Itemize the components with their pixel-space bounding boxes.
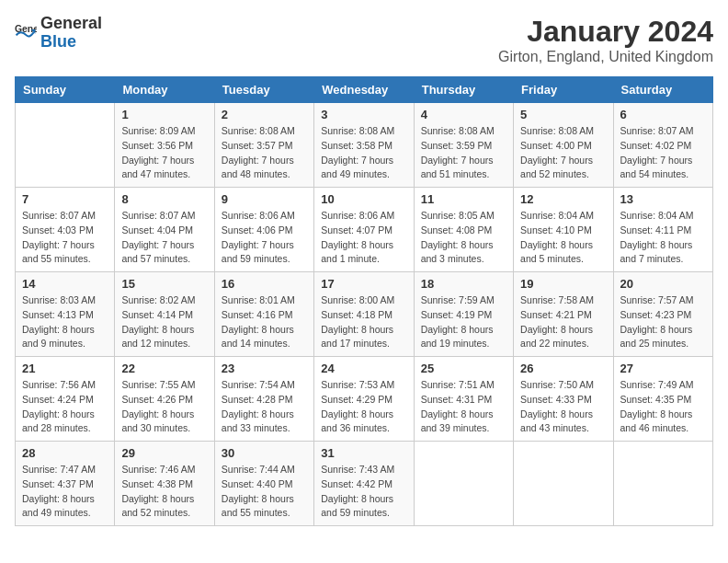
day-number: 2 [222,108,307,121]
day-info: Sunrise: 8:04 AM Sunset: 4:11 PM Dayligh… [620,209,706,267]
daylight-text: Daylight: 8 hours and 55 minutes. [222,492,307,522]
sunrise-text: Sunrise: 7:57 AM [620,293,706,308]
sunset-text: Sunset: 4:40 PM [222,477,307,492]
logo-icon: General [15,22,37,44]
sunrise-text: Sunrise: 7:58 AM [520,293,606,308]
header-monday: Monday [115,77,214,103]
day-number: 1 [121,108,207,121]
day-info: Sunrise: 7:58 AM Sunset: 4:21 PM Dayligh… [520,293,606,351]
daylight-text: Daylight: 7 hours and 47 minutes. [121,154,207,183]
sunset-text: Sunset: 4:35 PM [620,393,706,408]
day-info: Sunrise: 8:00 AM Sunset: 4:18 PM Dayligh… [321,293,406,351]
sunset-text: Sunset: 3:56 PM [121,139,207,154]
sunrise-text: Sunrise: 8:07 AM [22,209,108,224]
day-info: Sunrise: 7:59 AM Sunset: 4:19 PM Dayligh… [421,293,506,351]
day-number: 14 [22,277,108,291]
daylight-text: Daylight: 8 hours and 7 minutes. [620,238,706,268]
daylight-text: Daylight: 8 hours and 46 minutes. [620,408,706,437]
day-number: 28 [22,446,108,460]
daylight-text: Daylight: 8 hours and 30 minutes. [121,408,207,437]
sunset-text: Sunset: 4:13 PM [22,308,108,323]
table-row: 23 Sunrise: 7:54 AM Sunset: 4:28 PM Dayl… [214,357,313,442]
sunset-text: Sunset: 4:42 PM [321,477,406,492]
table-row: 26 Sunrise: 7:50 AM Sunset: 4:33 PM Dayl… [514,357,613,442]
day-info: Sunrise: 7:47 AM Sunset: 4:37 PM Dayligh… [22,463,108,521]
daylight-text: Daylight: 8 hours and 59 minutes. [321,492,406,522]
daylight-text: Daylight: 8 hours and 49 minutes. [22,492,108,522]
table-row: 25 Sunrise: 7:51 AM Sunset: 4:31 PM Dayl… [414,357,513,442]
sunset-text: Sunset: 4:37 PM [22,477,108,492]
sunrise-text: Sunrise: 8:08 AM [421,124,506,139]
day-number: 19 [520,277,606,291]
table-row: 6 Sunrise: 8:07 AM Sunset: 4:02 PM Dayli… [613,103,712,188]
sunset-text: Sunset: 4:07 PM [321,224,406,238]
day-number: 29 [121,446,207,460]
day-number: 9 [222,192,307,206]
sunset-text: Sunset: 4:19 PM [421,308,506,323]
sunset-text: Sunset: 4:08 PM [421,224,506,238]
header-friday: Friday [514,77,613,103]
table-row: 28 Sunrise: 7:47 AM Sunset: 4:37 PM Dayl… [16,442,115,526]
day-info: Sunrise: 8:07 AM Sunset: 4:02 PM Dayligh… [620,124,706,182]
sunrise-text: Sunrise: 7:50 AM [520,378,606,393]
table-row: 3 Sunrise: 8:08 AM Sunset: 3:58 PM Dayli… [314,103,414,188]
daylight-text: Daylight: 8 hours and 1 minute. [321,238,406,268]
sunrise-text: Sunrise: 8:08 AM [222,124,307,139]
sunset-text: Sunset: 4:28 PM [222,393,307,408]
day-number: 23 [222,362,307,375]
day-number: 11 [421,192,506,206]
day-info: Sunrise: 8:07 AM Sunset: 4:03 PM Dayligh… [22,209,108,267]
header-tuesday: Tuesday [214,77,313,103]
sunset-text: Sunset: 4:03 PM [22,224,108,238]
table-row: 17 Sunrise: 8:00 AM Sunset: 4:18 PM Dayl… [314,272,414,357]
table-row: 15 Sunrise: 8:02 AM Sunset: 4:14 PM Dayl… [115,272,214,357]
day-number: 7 [22,192,108,206]
day-info: Sunrise: 8:02 AM Sunset: 4:14 PM Dayligh… [121,293,207,351]
day-info: Sunrise: 7:57 AM Sunset: 4:23 PM Dayligh… [620,293,706,351]
day-info: Sunrise: 8:08 AM Sunset: 3:59 PM Dayligh… [421,124,506,182]
sunset-text: Sunset: 4:31 PM [421,393,506,408]
day-number: 25 [421,362,506,375]
table-row [613,442,712,526]
day-info: Sunrise: 8:04 AM Sunset: 4:10 PM Dayligh… [520,209,606,267]
sunrise-text: Sunrise: 8:03 AM [22,293,108,308]
daylight-text: Daylight: 8 hours and 17 minutes. [321,323,406,352]
day-info: Sunrise: 8:09 AM Sunset: 3:56 PM Dayligh… [121,124,207,182]
calendar-body: 1 Sunrise: 8:09 AM Sunset: 3:56 PM Dayli… [16,103,713,526]
table-row [514,442,613,526]
daylight-text: Daylight: 7 hours and 49 minutes. [321,154,406,183]
day-info: Sunrise: 8:08 AM Sunset: 4:00 PM Dayligh… [520,124,606,182]
logo-general-text: General [40,15,102,33]
sunrise-text: Sunrise: 8:01 AM [222,293,307,308]
sunset-text: Sunset: 4:10 PM [520,224,606,238]
sunrise-text: Sunrise: 7:53 AM [321,378,406,393]
header-saturday: Saturday [613,77,712,103]
sunset-text: Sunset: 4:16 PM [222,308,307,323]
day-number: 10 [321,192,406,206]
sunset-text: Sunset: 4:23 PM [620,308,706,323]
sunset-text: Sunset: 4:33 PM [520,393,606,408]
day-info: Sunrise: 8:01 AM Sunset: 4:16 PM Dayligh… [222,293,307,351]
daylight-text: Daylight: 8 hours and 52 minutes. [121,492,207,522]
daylight-text: Daylight: 8 hours and 33 minutes. [222,408,307,437]
daylight-text: Daylight: 8 hours and 25 minutes. [620,323,706,352]
calendar-header: Sunday Monday Tuesday Wednesday Thursday… [16,77,713,103]
sunrise-text: Sunrise: 7:43 AM [321,463,406,477]
table-row: 5 Sunrise: 8:08 AM Sunset: 4:00 PM Dayli… [514,103,613,188]
sunrise-text: Sunrise: 7:47 AM [22,463,108,477]
day-number: 18 [421,277,506,291]
sunset-text: Sunset: 4:38 PM [121,477,207,492]
sunrise-text: Sunrise: 8:02 AM [121,293,207,308]
day-number: 27 [620,362,706,375]
daylight-text: Daylight: 8 hours and 12 minutes. [121,323,207,352]
day-info: Sunrise: 7:44 AM Sunset: 4:40 PM Dayligh… [222,463,307,521]
day-info: Sunrise: 8:08 AM Sunset: 3:57 PM Dayligh… [222,124,307,182]
day-number: 24 [321,362,406,375]
sunset-text: Sunset: 4:26 PM [121,393,207,408]
sunset-text: Sunset: 4:04 PM [121,224,207,238]
table-row: 24 Sunrise: 7:53 AM Sunset: 4:29 PM Dayl… [314,357,414,442]
table-row: 12 Sunrise: 8:04 AM Sunset: 4:10 PM Dayl… [514,188,613,272]
sunset-text: Sunset: 3:58 PM [321,139,406,154]
sunrise-text: Sunrise: 8:08 AM [520,124,606,139]
table-row: 31 Sunrise: 7:43 AM Sunset: 4:42 PM Dayl… [314,442,414,526]
